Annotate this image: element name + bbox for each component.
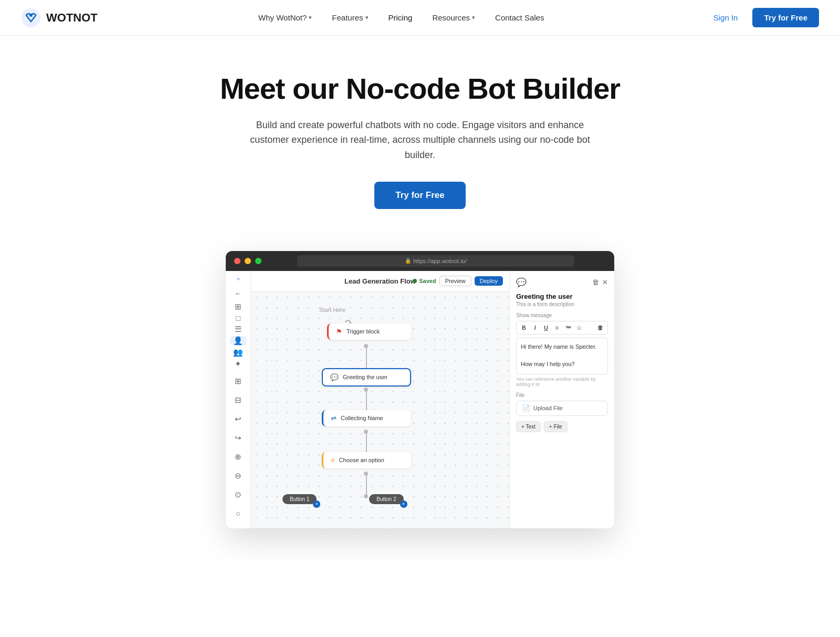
- trigger-node[interactable]: ⚑ Trigger block: [327, 323, 411, 340]
- button-nodes: Button 1 + Button 2 +: [282, 494, 404, 504]
- sidebar-template-icon[interactable]: ⊞: [230, 302, 247, 311]
- panel-title: Greeting the user: [516, 293, 608, 300]
- greeting-node[interactable]: 💬 Greeting the user: [322, 368, 411, 387]
- saved-dot-icon: [413, 279, 417, 283]
- panel-message-box[interactable]: Hi there! My name is Specter. How may I …: [516, 338, 608, 374]
- button-1-label: Button 1: [290, 496, 309, 502]
- delete-message-icon[interactable]: 🗑: [595, 323, 605, 332]
- chevron-down-icon: ▾: [472, 14, 475, 21]
- nav-links: Why WotNot? ▾ Features ▾ Pricing Resourc…: [251, 9, 551, 26]
- connector-line-2: [366, 389, 367, 410]
- add-file-button[interactable]: + File: [544, 421, 568, 432]
- sidebar-settings-icon[interactable]: ✦: [230, 359, 247, 369]
- message-line-1: Hi there! My name is Specter.: [521, 342, 603, 351]
- nav-pricing[interactable]: Pricing: [381, 9, 420, 26]
- sidebar-person-icon[interactable]: ○: [230, 505, 247, 522]
- flow-title: Lead Generation Flow: [344, 277, 416, 285]
- collecting-node-icon: ⇌: [331, 414, 337, 422]
- panel-hint: You can reference another variable by ad…: [516, 377, 608, 387]
- sidebar-chat-icon[interactable]: □: [230, 314, 247, 322]
- button-2-label: Button 2: [376, 496, 396, 502]
- button-2-plus-icon[interactable]: +: [400, 500, 407, 508]
- app-body: ← ⊞ □ ☰ 👤 👥 ✦ ⊞ ⊟ ↩ ↪ ⊕ ⊖ ⊙ ○: [226, 271, 614, 528]
- bold-button[interactable]: B: [519, 323, 529, 332]
- deploy-button[interactable]: Deploy: [475, 276, 503, 286]
- choose-node[interactable]: ≡ Choose an option: [322, 452, 411, 468]
- nav-features[interactable]: Features ▾: [324, 9, 375, 26]
- start-here-label: Start Here: [319, 307, 345, 313]
- logo[interactable]: WOTNOT: [21, 8, 98, 28]
- panel-trash-icon[interactable]: 🗑: [592, 278, 599, 286]
- connector-line-3: [366, 431, 367, 452]
- add-text-button[interactable]: + Text: [516, 421, 541, 432]
- underline-button[interactable]: U: [541, 323, 551, 332]
- navbar: WOTNOT Why WotNot? ▾ Features ▾ Pricing …: [0, 0, 840, 36]
- choose-node-label: Choose an option: [339, 457, 384, 463]
- sidebar-book-icon[interactable]: ☰: [230, 325, 247, 334]
- panel-message-toolbar: B I U ≡ ≔ ☺ 🗑: [516, 321, 608, 335]
- chevron-down-icon: ▾: [309, 14, 312, 21]
- logo-text: WOTNOT: [46, 11, 98, 25]
- sidebar-zoom-in-icon[interactable]: ⊕: [230, 448, 247, 465]
- panel-file-label: File: [516, 392, 608, 398]
- sidebar-group-icon[interactable]: 👥: [230, 348, 247, 357]
- sidebar-zoom-out-icon[interactable]: ⊖: [230, 467, 247, 484]
- greeting-node-icon: 💬: [330, 373, 339, 381]
- sidebar-redo-icon[interactable]: ↪: [230, 430, 247, 446]
- sidebar-back-button[interactable]: ←: [233, 287, 244, 300]
- chevron-down-icon: ▾: [365, 14, 369, 21]
- svg-point-2: [236, 277, 240, 281]
- flow-area: Start Here ↷ ⚑ Trigger block: [251, 292, 509, 528]
- app-sidebar: ← ⊞ □ ☰ 👤 👥 ✦ ⊞ ⊟ ↩ ↪ ⊕ ⊖ ⊙ ○: [226, 271, 251, 528]
- align-button[interactable]: ≡: [552, 323, 562, 332]
- panel-close-icon[interactable]: ✕: [602, 278, 608, 286]
- trigger-node-icon: ⚑: [336, 328, 342, 336]
- panel-show-message-label: Show message: [516, 312, 608, 318]
- try-free-hero-button[interactable]: Try for Free: [374, 182, 466, 209]
- sidebar-undo-icon[interactable]: ↩: [230, 411, 247, 427]
- saved-label: Saved: [419, 278, 436, 284]
- trigger-node-label: Trigger block: [346, 328, 380, 335]
- sidebar-map-icon[interactable]: ⊟: [230, 392, 247, 409]
- button-node-1[interactable]: Button 1 +: [282, 494, 317, 504]
- app-screenshot-wrapper: 🔒 https://app.wotnot.io/ ← ⊞ □ ☰ 👤 👥 ✦: [0, 235, 840, 560]
- button-node-2[interactable]: Button 2 +: [369, 494, 403, 504]
- svg-point-0: [22, 8, 40, 27]
- message-line-2: How may I help you?: [521, 360, 603, 369]
- button-1-plus-icon[interactable]: +: [313, 500, 320, 508]
- choose-node-icon: ≡: [331, 456, 335, 464]
- emoji-button[interactable]: ☺: [574, 323, 584, 332]
- saved-badge: Saved: [413, 278, 436, 284]
- panel-header: 💬 🗑 ✕: [516, 277, 608, 287]
- collecting-node[interactable]: ⇌ Collecting Name: [322, 410, 411, 426]
- try-free-nav-button[interactable]: Try for Free: [752, 8, 819, 27]
- list-button[interactable]: ≔: [563, 323, 573, 332]
- address-bar: 🔒 https://app.wotnot.io/: [297, 255, 574, 267]
- sidebar-user-icon[interactable]: 👤: [230, 336, 247, 346]
- nav-resources[interactable]: Resources ▾: [425, 9, 482, 26]
- collecting-node-label: Collecting Name: [341, 415, 383, 421]
- canvas-toolbar: Lead Generation Flow Saved Preview Deplo…: [251, 271, 509, 292]
- app-titlebar: 🔒 https://app.wotnot.io/: [226, 251, 614, 271]
- app-right-panel: 💬 🗑 ✕ Greeting the user This is a form d…: [509, 271, 614, 528]
- upload-file-button[interactable]: 📄 Upload File: [516, 401, 608, 416]
- upload-label: Upload File: [533, 405, 563, 411]
- window-minimize-dot: [245, 258, 251, 264]
- svg-point-1: [29, 14, 33, 17]
- app-window: 🔒 https://app.wotnot.io/ ← ⊞ □ ☰ 👤 👥 ✦: [226, 251, 614, 528]
- sidebar-grid-icon[interactable]: ⊞: [230, 373, 247, 390]
- sidebar-clock-icon[interactable]: ⊙: [230, 486, 247, 503]
- preview-button[interactable]: Preview: [439, 276, 471, 286]
- hero-title: Meet our No-code Bot Builder: [21, 72, 819, 105]
- italic-button[interactable]: I: [530, 323, 540, 332]
- panel-header-icon: 💬: [516, 277, 527, 287]
- sidebar-bottom: ⊞ ⊟ ↩ ↪ ⊕ ⊖ ⊙ ○: [230, 373, 247, 522]
- nav-contact-sales[interactable]: Contact Sales: [488, 9, 551, 26]
- window-maximize-dot: [255, 258, 261, 264]
- hero-section: Meet our No-code Bot Builder Build and c…: [0, 36, 840, 235]
- canvas-toolbar-right: Saved Preview Deploy: [413, 276, 503, 286]
- nav-why-wotnot[interactable]: Why WotNot? ▾: [251, 9, 319, 26]
- logo-icon: [21, 8, 41, 28]
- panel-header-actions: 🗑 ✕: [592, 278, 608, 286]
- sign-in-button[interactable]: Sign In: [705, 9, 747, 26]
